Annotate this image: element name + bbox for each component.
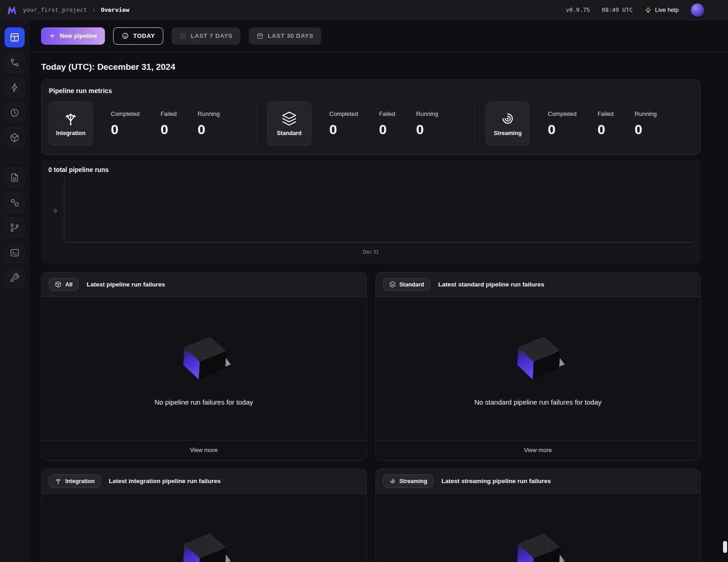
chip-label: Streaming	[400, 478, 427, 484]
new-pipeline-label: New pipeline	[60, 32, 97, 39]
tile-label: Integration	[56, 130, 86, 136]
filter-today-button[interactable]: TODAY	[113, 27, 163, 45]
new-pipeline-button[interactable]: New pipeline	[41, 27, 105, 45]
empty-cube-illustration	[504, 527, 572, 562]
empty-state-text: No pipeline run failures for today	[155, 398, 253, 406]
stat-label: Running	[416, 110, 438, 117]
chip-integration: Integration	[49, 474, 101, 488]
sidebar-item-global-data-products[interactable]	[5, 128, 25, 148]
metrics-title: Pipeline run metrics	[49, 87, 693, 94]
card-body: No pipeline run failures for today	[42, 297, 366, 440]
card-header: All Latest pipeline run failures	[42, 272, 366, 297]
stat-label: Running	[634, 110, 656, 117]
standard-tile: Standard	[267, 102, 311, 146]
stat-label: Completed	[329, 110, 358, 117]
empty-cube-illustration	[504, 331, 572, 385]
layers-icon	[389, 281, 396, 288]
integration-icon	[63, 111, 78, 126]
stream-ripple-icon	[389, 478, 396, 484]
sidebar-item-version-control[interactable]	[5, 218, 25, 238]
stat-failed: Failed 0	[379, 110, 395, 137]
stat-running: Running 0	[416, 110, 438, 137]
integration-tile: Integration	[49, 102, 93, 146]
stat-label: Completed	[111, 110, 140, 117]
filter-last7-label: LAST 7 DAYS	[191, 32, 233, 39]
filter-last30-button[interactable]: LAST 30 DAYS	[249, 27, 321, 45]
sidebar-item-pipelines[interactable]	[5, 52, 25, 73]
x-axis-line	[64, 242, 692, 243]
overview-icon	[10, 32, 20, 42]
filter-today-label: TODAY	[133, 32, 155, 39]
failures-card-integration: Integration Latest integration pipeline …	[41, 468, 367, 562]
calendar-icon	[256, 32, 264, 40]
stat-value: 0	[416, 122, 438, 137]
runs-chart-plot: 0 Dec 31	[48, 175, 693, 257]
sidebar-item-templates[interactable]	[5, 193, 25, 213]
plus-icon	[49, 32, 56, 39]
stat-value: 0	[111, 122, 140, 137]
stream-ripple-icon	[500, 111, 515, 126]
settings-wrench-icon	[10, 273, 20, 283]
empty-cube-illustration	[170, 527, 238, 562]
stat-value: 0	[634, 122, 656, 137]
stats: Completed 0 Failed 0 Running 0	[111, 110, 220, 137]
failures-card-streaming: Streaming Latest streaming pipeline run …	[375, 468, 701, 562]
filter-last30-label: LAST 30 DAYS	[268, 32, 313, 39]
sidebar-item-terminal[interactable]	[5, 243, 25, 263]
filter-last7-button[interactable]: LAST 7 DAYS	[172, 27, 240, 45]
y-axis-tick: 0	[54, 208, 57, 213]
x-axis-tick: Dec 31	[363, 249, 379, 255]
avatar[interactable]	[691, 3, 704, 17]
cube-icon	[55, 281, 62, 288]
pipelines-icon	[10, 57, 20, 68]
view-more-button[interactable]: View more	[42, 440, 366, 460]
metrics-row: Integration Completed 0 Failed 0 Running	[49, 102, 693, 146]
stats: Completed 0 Failed 0 Running 0	[329, 110, 438, 137]
stat-failed: Failed 0	[161, 110, 177, 137]
dots-grid-icon	[179, 32, 187, 40]
breadcrumb-page: Overview	[101, 6, 130, 13]
failure-cards-grid: All Latest pipeline run failures No pipe…	[41, 272, 701, 562]
window-scrollbar-thumb[interactable]	[723, 541, 727, 553]
tile-label: Streaming	[494, 130, 521, 136]
sidebar-item-files[interactable]	[5, 167, 25, 187]
version-label: v0.9.75	[566, 6, 590, 13]
chip-standard: Standard	[383, 278, 430, 291]
view-more-button[interactable]: View more	[376, 440, 701, 460]
stat-value: 0	[198, 122, 219, 137]
triggers-bolt-icon	[10, 83, 20, 93]
topbar: your_first_project Overview v0.9.75 08:4…	[0, 0, 728, 20]
stat-completed: Completed 0	[329, 110, 358, 137]
sidebar-item-settings[interactable]	[5, 268, 25, 288]
stat-failed: Failed 0	[598, 110, 614, 137]
stat-label: Failed	[598, 110, 614, 117]
version-control-branch-icon	[10, 223, 20, 233]
card-header: Streaming Latest streaming pipeline run …	[376, 469, 701, 494]
metric-group-standard: Standard Completed 0 Failed 0 Running	[256, 102, 474, 146]
live-help-button[interactable]: Live help	[645, 6, 679, 14]
chip-label: Standard	[400, 281, 424, 288]
stat-completed: Completed 0	[111, 110, 140, 137]
breadcrumb-project[interactable]: your_first_project	[23, 6, 87, 13]
stat-label: Completed	[548, 110, 577, 117]
chip-all: All	[49, 278, 78, 291]
main-area: New pipeline TODAY LAST 7 DAYS LAST 30 D…	[29, 20, 728, 562]
card-title: Latest streaming pipeline run failures	[442, 478, 551, 484]
y-axis-line	[64, 178, 64, 243]
chip-label: Integration	[65, 478, 95, 484]
breadcrumb-chevron-icon	[91, 7, 97, 13]
sidebar-item-triggers[interactable]	[5, 78, 25, 98]
layers-icon	[281, 111, 297, 126]
sidebar-item-overview[interactable]	[5, 27, 25, 47]
failures-card-standard: Standard Latest standard pipeline run fa…	[375, 272, 701, 461]
sidebar-item-pipeline-runs[interactable]	[5, 103, 25, 123]
card-body	[376, 494, 701, 562]
terminal-icon	[10, 248, 20, 258]
topbar-right: v0.9.75 08:49 UTC Live help	[566, 3, 704, 17]
stat-label: Failed	[161, 110, 177, 117]
app-logo-icon[interactable]	[6, 5, 17, 16]
empty-state-text: No standard pipeline run failures for to…	[474, 398, 602, 406]
content: Today (UTC): December 31, 2024 Pipeline …	[29, 62, 728, 562]
pipeline-runs-clock-icon	[10, 108, 20, 118]
stat-label: Running	[198, 110, 219, 117]
